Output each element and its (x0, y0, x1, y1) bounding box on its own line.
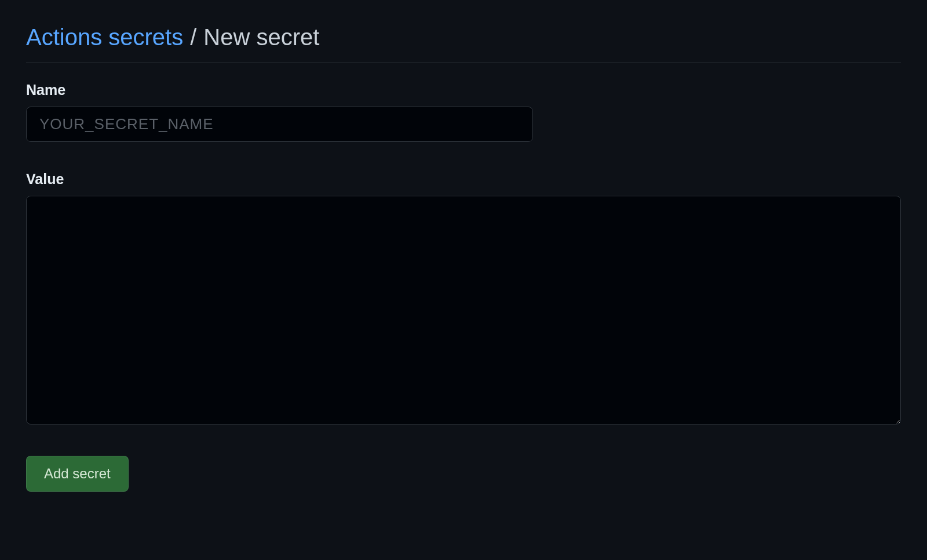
breadcrumb: Actions secrets / New secret (26, 23, 901, 51)
name-label: Name (26, 82, 901, 98)
secret-value-textarea[interactable] (26, 196, 901, 424)
page-header: Actions secrets / New secret (26, 23, 901, 63)
page-container: Actions secrets / New secret Name Value … (0, 0, 927, 515)
breadcrumb-separator: / (190, 23, 196, 51)
value-field-group: Value (26, 171, 901, 427)
value-label: Value (26, 171, 901, 188)
breadcrumb-parent-link[interactable]: Actions secrets (26, 23, 183, 51)
secret-name-input[interactable] (26, 107, 533, 142)
page-title: New secret (203, 23, 319, 51)
add-secret-button[interactable]: Add secret (26, 456, 129, 492)
name-field-group: Name (26, 82, 901, 142)
